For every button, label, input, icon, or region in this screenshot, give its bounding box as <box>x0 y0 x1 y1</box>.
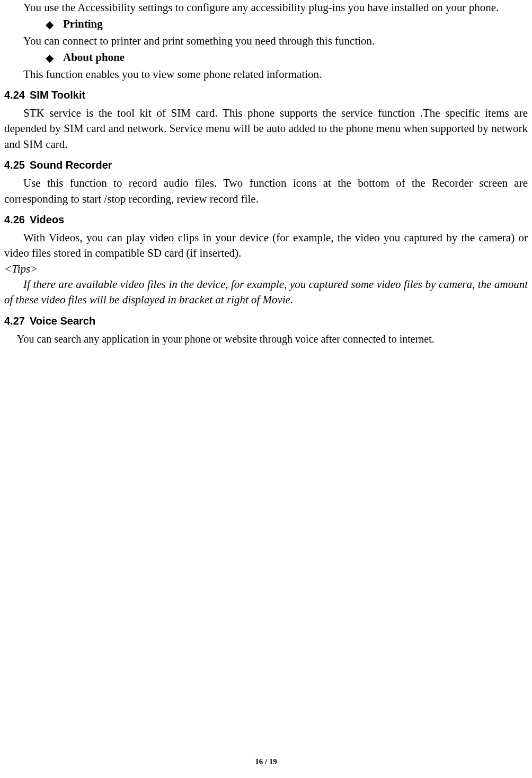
section-title: Videos <box>30 214 64 225</box>
page-current: 16 <box>255 757 263 766</box>
bullet-printing-label: Printing <box>63 16 103 32</box>
page-footer: 16 / 19 <box>0 756 532 767</box>
sound-recorder-body: Use this function to record audio files.… <box>4 176 528 207</box>
section-number: 4.24 <box>4 88 30 102</box>
section-number: 4.27 <box>4 313 30 328</box>
voice-search-body: You can search any application in your p… <box>4 331 528 346</box>
diamond-icon: ◆ <box>46 50 54 65</box>
heading-sim-toolkit: 4.24SIM Toolkit <box>4 88 528 102</box>
page-total: 19 <box>269 757 277 766</box>
tips-label: <Tips> <box>4 261 528 277</box>
section-title: Sound Recorder <box>30 159 112 171</box>
about-description: This function enables you to view some p… <box>4 67 528 82</box>
tips-body: If there are available video files in th… <box>4 277 528 308</box>
heading-voice-search: 4.27Voice Search <box>4 313 528 328</box>
bullet-about-label: About phone <box>63 50 125 65</box>
sim-toolkit-body: STK service is the tool kit of SIM card.… <box>4 106 528 152</box>
section-title: SIM Toolkit <box>30 89 85 101</box>
page-separator: / <box>263 757 269 766</box>
heading-videos: 4.26Videos <box>4 212 528 227</box>
printing-description: You can connect to printer and print som… <box>4 33 528 49</box>
section-title: Voice Search <box>30 315 95 327</box>
heading-sound-recorder: 4.25Sound Recorder <box>4 158 528 172</box>
accessibility-description: You use the Accessibility settings to co… <box>4 0 528 15</box>
diamond-icon: ◆ <box>46 17 54 32</box>
bullet-about-phone: ◆ About phone <box>4 50 528 65</box>
videos-body: With Videos, you can play video clips in… <box>4 230 528 261</box>
bullet-printing: ◆ Printing <box>4 16 528 32</box>
section-number: 4.25 <box>4 158 30 172</box>
section-number: 4.26 <box>4 212 30 227</box>
